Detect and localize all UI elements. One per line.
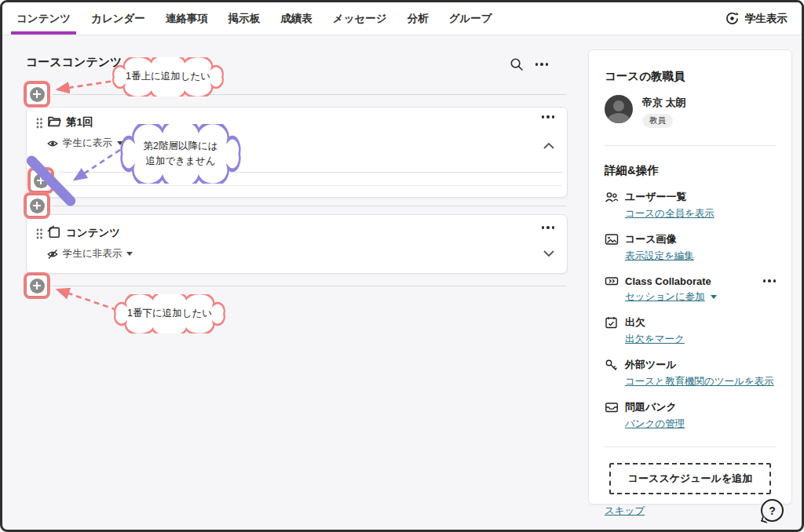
drag-handle-icon[interactable] bbox=[35, 117, 43, 129]
drag-handle-icon[interactable] bbox=[35, 228, 43, 240]
add-content-middle-button[interactable] bbox=[27, 195, 47, 216]
add-content-top-button[interactable] bbox=[27, 84, 47, 104]
tab-groups[interactable]: グループ bbox=[449, 2, 492, 35]
bank-icon bbox=[605, 401, 625, 414]
student-preview-label: 学生表示 bbox=[745, 12, 788, 26]
insert-indicator-line-middle bbox=[53, 206, 566, 206]
users-icon bbox=[605, 191, 625, 204]
sidebar-divider bbox=[605, 145, 776, 146]
ellipsis-icon bbox=[542, 115, 555, 118]
roster-link[interactable]: コースの全員を表示 bbox=[625, 207, 714, 220]
sidebar-item-course-image: コース画像 表示設定を編集 bbox=[605, 232, 776, 263]
annotation-text-top: 1番上に追加したい bbox=[126, 69, 210, 84]
attendance-icon bbox=[605, 316, 625, 330]
expand-button[interactable] bbox=[542, 248, 556, 259]
plus-icon bbox=[30, 199, 45, 213]
tab-contents[interactable]: コンテンツ bbox=[16, 2, 71, 35]
tab-announcements[interactable]: 連絡事項 bbox=[166, 2, 208, 35]
sidebar-item-collaborate: Class Collaborate セッションに参加 bbox=[605, 275, 776, 304]
collaborate-overflow-menu-button[interactable] bbox=[763, 279, 777, 282]
eye-icon bbox=[47, 138, 58, 149]
avatar bbox=[605, 95, 633, 123]
content-card-document: コンテンツ 学生に非表示 bbox=[26, 214, 568, 274]
ellipsis-icon bbox=[763, 279, 777, 282]
skip-link[interactable]: スキップ bbox=[605, 505, 645, 518]
ellipsis-icon bbox=[542, 226, 555, 229]
folder-icon bbox=[47, 115, 61, 129]
visibility-label: 学生に非表示 bbox=[63, 247, 122, 261]
student-preview-icon bbox=[725, 11, 740, 26]
add-content-bottom-spot bbox=[24, 272, 50, 299]
chevron-up-icon bbox=[542, 140, 556, 151]
caret-down-icon bbox=[711, 295, 717, 299]
student-preview-button[interactable]: 学生表示 bbox=[725, 11, 788, 26]
instructor-row[interactable]: 帝京 太朗 教員 bbox=[605, 95, 776, 128]
join-session-link[interactable]: セッションに参加 bbox=[625, 290, 705, 304]
annotation-cloud-bottom: 1番下に追加したい bbox=[111, 294, 228, 333]
eye-slash-icon bbox=[47, 249, 58, 260]
chevron-down-icon bbox=[542, 248, 556, 259]
plus-icon bbox=[30, 87, 45, 102]
top-navigation-bar: コンテンツ カレンダー 連絡事項 掲示板 成績表 メッセージ 分析 グループ 学… bbox=[2, 2, 802, 35]
card-title[interactable]: コンテンツ bbox=[66, 226, 120, 240]
course-details-sidebar: コースの教職員 帝京 太朗 教員 詳細&操作 ユーザー一覧 コースの全員を表示 bbox=[588, 49, 792, 505]
document-icon bbox=[47, 225, 61, 239]
collapse-button[interactable] bbox=[542, 140, 556, 151]
annotation-text-middle: 第2階層以降には 追加できません bbox=[143, 139, 217, 169]
annotation-cloud-top: 1番上に追加したい bbox=[109, 57, 227, 97]
tab-calendar[interactable]: カレンダー bbox=[91, 2, 145, 35]
card-overflow-menu-button[interactable] bbox=[542, 226, 555, 229]
card-overflow-menu-button[interactable] bbox=[542, 115, 555, 118]
add-course-schedule-button[interactable]: コーススケジュールを追加 bbox=[609, 463, 771, 494]
instructor-role-badge: 教員 bbox=[642, 114, 673, 128]
annotation-cloud-middle: 第2階層以降には 追加できません bbox=[117, 124, 244, 184]
key-icon bbox=[605, 359, 625, 372]
sidebar-item-question-banks: 問題バンク バンクの管理 bbox=[605, 400, 776, 431]
collaborate-icon bbox=[605, 275, 625, 287]
course-image-link[interactable]: 表示設定を編集 bbox=[625, 250, 694, 263]
sidebar-item-attendance: 出欠 出欠をマーク bbox=[605, 315, 776, 346]
mark-attendance-link[interactable]: 出欠をマーク bbox=[625, 333, 685, 346]
tab-gradebook[interactable]: 成績表 bbox=[280, 2, 312, 35]
add-content-bottom-button[interactable] bbox=[27, 275, 47, 296]
tab-messages[interactable]: メッセージ bbox=[333, 2, 387, 35]
visibility-dropdown[interactable]: 学生に非表示 bbox=[47, 247, 133, 261]
external-tools-link[interactable]: コースと教育機関のツールを表示 bbox=[625, 375, 774, 388]
manage-banks-link[interactable]: バンクの管理 bbox=[625, 417, 685, 431]
staff-heading: コースの教職員 bbox=[605, 69, 776, 84]
content-overflow-menu-button[interactable] bbox=[533, 56, 550, 73]
sidebar-item-external-tools: 外部ツール コースと教育機関のツールを表示 bbox=[605, 358, 776, 388]
ellipsis-icon bbox=[535, 63, 549, 66]
annotation-text-bottom: 1番下に追加したい bbox=[127, 306, 212, 321]
page-title: コースコンテンツ bbox=[26, 55, 122, 70]
instructor-name: 帝京 太朗 bbox=[642, 96, 686, 110]
help-icon[interactable]: ? bbox=[761, 499, 784, 522]
app-window: コンテンツ カレンダー 連絡事項 掲示板 成績表 メッセージ 分析 グループ 学… bbox=[0, 0, 804, 532]
search-button[interactable] bbox=[508, 56, 525, 73]
add-content-middle-spot bbox=[24, 192, 50, 219]
details-actions-heading: 詳細&操作 bbox=[605, 163, 776, 178]
caret-down-icon bbox=[126, 252, 133, 256]
insert-indicator-line-bottom bbox=[53, 286, 566, 286]
plus-icon bbox=[30, 279, 45, 293]
tab-discussion-board[interactable]: 掲示板 bbox=[228, 2, 261, 35]
course-nav-tabs: コンテンツ カレンダー 連絡事項 掲示板 成績表 メッセージ 分析 グループ bbox=[16, 2, 492, 35]
tab-analytics[interactable]: 分析 bbox=[407, 2, 429, 35]
search-icon bbox=[510, 57, 524, 71]
sidebar-item-roster: ユーザー一覧 コースの全員を表示 bbox=[605, 190, 776, 220]
card-title[interactable]: 第1回 bbox=[66, 115, 93, 129]
add-content-top-spot bbox=[24, 81, 50, 107]
sidebar-divider bbox=[605, 446, 776, 447]
image-icon bbox=[605, 233, 625, 246]
